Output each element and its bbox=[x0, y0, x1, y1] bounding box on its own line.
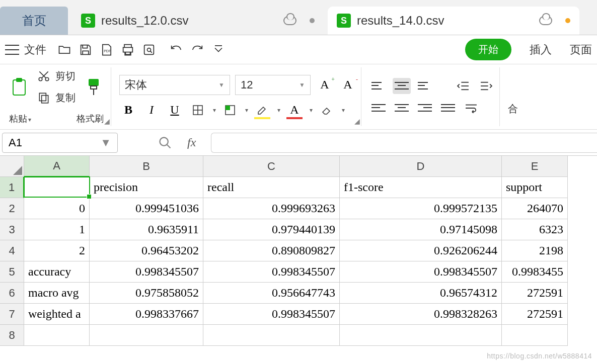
column-header-A[interactable]: A bbox=[24, 156, 90, 177]
more-dropdown-icon[interactable] bbox=[210, 42, 227, 58]
fx-label[interactable]: fx bbox=[187, 136, 196, 149]
merge-label[interactable]: 合 bbox=[508, 102, 518, 116]
cell[interactable]: 264070 bbox=[502, 198, 568, 219]
cell[interactable]: 0.9635911 bbox=[90, 219, 203, 240]
cell[interactable]: 0.998345507 bbox=[340, 261, 502, 283]
chevron-down-icon[interactable]: ▾ bbox=[213, 107, 216, 114]
format-painter-button[interactable] bbox=[81, 77, 107, 97]
cell[interactable]: 0.975858052 bbox=[90, 283, 203, 304]
align-left-button[interactable] bbox=[369, 100, 388, 116]
cell[interactable]: 0 bbox=[24, 198, 90, 219]
column-header-E[interactable]: E bbox=[502, 156, 568, 177]
group-expand-icon[interactable]: ◢ bbox=[104, 117, 110, 125]
row-header[interactable]: 2 bbox=[0, 198, 24, 219]
cell[interactable] bbox=[203, 325, 340, 346]
cell[interactable]: 1 bbox=[24, 219, 90, 240]
cell[interactable]: support bbox=[502, 177, 568, 198]
cell[interactable]: 0.96453202 bbox=[90, 240, 203, 261]
copy-button[interactable]: 复制 bbox=[37, 91, 76, 105]
pdf-icon[interactable]: PDF bbox=[99, 42, 115, 58]
row-header[interactable]: 6 bbox=[0, 283, 24, 304]
open-folder-icon[interactable] bbox=[56, 42, 72, 58]
chevron-down-icon[interactable]: ▾ bbox=[342, 107, 345, 114]
align-justify-button[interactable] bbox=[439, 100, 457, 116]
paste-label[interactable]: 粘贴▾ bbox=[9, 113, 31, 125]
italic-button[interactable]: I bbox=[142, 101, 161, 119]
column-header-C[interactable]: C bbox=[203, 156, 340, 177]
redo-icon[interactable] bbox=[189, 42, 205, 58]
cell[interactable]: 0.926206244 bbox=[340, 240, 502, 261]
cell[interactable]: 0.998345507 bbox=[203, 261, 340, 283]
ribbon-tab-insert[interactable]: 插入 bbox=[530, 42, 552, 57]
row-header[interactable]: 7 bbox=[0, 304, 24, 325]
spreadsheet-grid[interactable]: A B C D E 1 precision recall f1-score su… bbox=[0, 156, 597, 346]
file-tab-0[interactable]: S results_12.0.csv bbox=[72, 7, 324, 35]
select-all-corner[interactable] bbox=[0, 156, 24, 177]
cell[interactable]: 272591 bbox=[502, 304, 568, 325]
zoom-icon[interactable] bbox=[158, 136, 172, 150]
eraser-button[interactable] bbox=[318, 101, 336, 119]
cell[interactable]: 272591 bbox=[502, 283, 568, 304]
cell[interactable]: 0.890809827 bbox=[203, 240, 340, 261]
chevron-down-icon[interactable]: ▾ bbox=[277, 107, 280, 114]
cell[interactable] bbox=[24, 325, 90, 346]
cell[interactable]: 0.998345507 bbox=[90, 261, 203, 283]
file-tab-1[interactable]: S results_14.0.csv bbox=[328, 7, 579, 35]
chevron-down-icon[interactable]: ▾ bbox=[310, 107, 313, 114]
ribbon-tab-start[interactable]: 开始 bbox=[465, 39, 511, 60]
align-bottom-button[interactable] bbox=[416, 78, 434, 94]
cell[interactable]: 6323 bbox=[502, 219, 568, 240]
cell-style-button[interactable] bbox=[221, 101, 239, 119]
cell[interactable] bbox=[90, 325, 203, 346]
cell[interactable]: 0.998328263 bbox=[340, 304, 502, 325]
cell[interactable]: 0.97145098 bbox=[340, 219, 502, 240]
ribbon-tab-page[interactable]: 页面 bbox=[570, 42, 592, 57]
cell[interactable]: 0.9983455 bbox=[502, 261, 568, 283]
column-header-B[interactable]: B bbox=[90, 156, 203, 177]
font-color-button[interactable]: A bbox=[285, 101, 304, 119]
highlight-color-button[interactable] bbox=[253, 101, 271, 119]
border-button[interactable] bbox=[189, 101, 207, 119]
row-header[interactable]: 5 bbox=[0, 261, 24, 283]
cell[interactable]: 0.999451036 bbox=[90, 198, 203, 219]
file-menu[interactable]: 文件 bbox=[24, 42, 46, 57]
preview-icon[interactable] bbox=[141, 42, 157, 58]
cell[interactable]: 0.999693263 bbox=[203, 198, 340, 219]
group-expand-icon[interactable]: ◢ bbox=[354, 117, 360, 125]
row-header[interactable]: 1 bbox=[0, 177, 24, 198]
cell[interactable]: recall bbox=[203, 177, 340, 198]
cell[interactable]: 0.998337667 bbox=[90, 304, 203, 325]
cell[interactable]: f1-score bbox=[340, 177, 502, 198]
cell[interactable]: macro avg bbox=[24, 283, 90, 304]
cell[interactable]: accuracy bbox=[24, 261, 90, 283]
decrease-indent-button[interactable] bbox=[454, 78, 472, 94]
cell[interactable]: precision bbox=[90, 177, 203, 198]
cell[interactable]: 0.956647743 bbox=[203, 283, 340, 304]
paste-button[interactable] bbox=[6, 77, 32, 97]
cell[interactable] bbox=[340, 325, 502, 346]
font-size-select[interactable]: 12 ▼ bbox=[235, 75, 311, 95]
wrap-text-button[interactable] bbox=[462, 100, 480, 116]
cut-button[interactable]: 剪切 bbox=[37, 69, 76, 83]
row-header[interactable]: 3 bbox=[0, 219, 24, 240]
row-header[interactable]: 4 bbox=[0, 240, 24, 261]
font-name-select[interactable]: 宋体 ▼ bbox=[119, 75, 230, 95]
cell[interactable]: 0.979440139 bbox=[203, 219, 340, 240]
name-box[interactable]: A1 ▼ bbox=[2, 133, 118, 153]
save-icon[interactable] bbox=[78, 42, 94, 58]
menu-icon[interactable] bbox=[5, 45, 19, 55]
cell[interactable]: 2 bbox=[24, 240, 90, 261]
formula-input[interactable] bbox=[211, 133, 597, 153]
chevron-down-icon[interactable]: ▾ bbox=[245, 107, 248, 114]
column-header-D[interactable]: D bbox=[340, 156, 502, 177]
underline-button[interactable]: U bbox=[166, 101, 184, 119]
cell[interactable]: 2198 bbox=[502, 240, 568, 261]
increase-indent-button[interactable] bbox=[477, 78, 495, 94]
cell[interactable]: 0.96574312 bbox=[340, 283, 502, 304]
undo-icon[interactable] bbox=[168, 42, 184, 58]
cell[interactable] bbox=[24, 176, 90, 198]
cell[interactable]: 0.999572135 bbox=[340, 198, 502, 219]
align-center-button[interactable] bbox=[393, 100, 411, 116]
align-right-button[interactable] bbox=[416, 100, 434, 116]
print-icon[interactable] bbox=[120, 42, 136, 58]
